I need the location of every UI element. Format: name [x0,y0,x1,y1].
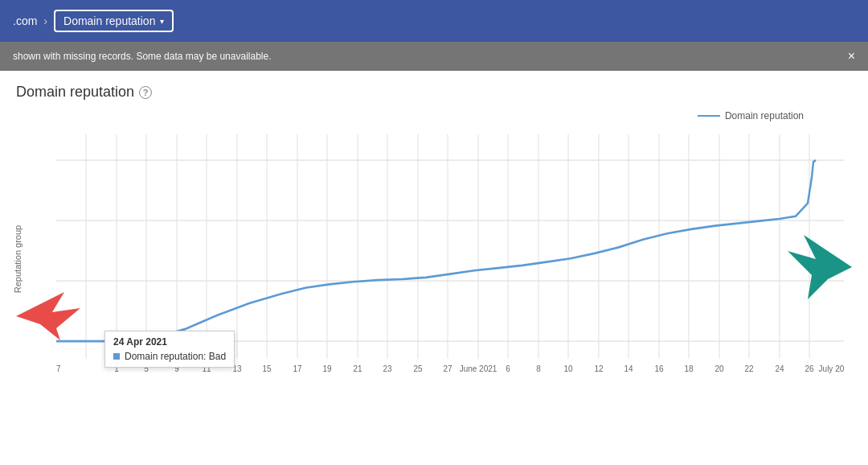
legend-line [698,115,720,117]
svg-text:20: 20 [714,364,723,372]
breadcrumb-domain[interactable]: .com [13,14,37,27]
svg-text:8: 8 [536,364,541,372]
warning-message: shown with missing records. Some data ma… [13,51,272,62]
svg-text:12: 12 [594,364,603,372]
svg-text:14: 14 [624,364,633,372]
svg-text:22: 22 [744,364,753,372]
svg-marker-59 [16,292,80,340]
nav-dropdown-label: Domain reputation [63,14,155,27]
svg-text:13: 13 [232,364,241,372]
help-icon[interactable]: ? [139,86,152,99]
section-title-row: Domain reputation ? [16,84,852,101]
svg-text:6: 6 [506,364,510,372]
chart-inner: Bad Low Medium High 27 1 5 9 11 13 15 17… [56,134,844,376]
red-arrow-annotation [16,292,80,344]
svg-text:17: 17 [293,364,301,372]
nav-dropdown[interactable]: Domain reputation ▾ [54,10,174,32]
svg-text:9: 9 [174,364,179,372]
nav-separator: › [43,14,47,27]
close-icon[interactable]: × [848,49,855,64]
warning-banner: shown with missing records. Some data ma… [0,42,868,71]
svg-text:16: 16 [654,364,663,372]
legend-label: Domain reputation [725,110,804,121]
chart-legend: Domain reputation [698,110,804,121]
svg-text:27: 27 [56,364,61,372]
chevron-down-icon: ▾ [160,17,164,26]
nav-bar: .com › Domain reputation ▾ [0,0,868,42]
svg-text:25: 25 [413,364,422,372]
svg-text:27: 27 [443,364,452,372]
svg-text:10: 10 [563,364,572,372]
svg-text:1: 1 [114,364,119,372]
svg-text:24: 24 [775,364,784,372]
svg-text:19: 19 [322,364,331,372]
svg-text:21: 21 [353,364,362,372]
svg-text:5: 5 [144,364,149,372]
svg-text:11: 11 [202,364,211,372]
svg-text:June 2021: June 2021 [460,364,497,372]
svg-text:18: 18 [684,364,693,372]
green-arrow-annotation [788,235,852,302]
chart-container: Domain reputation Reputation group [16,110,852,408]
svg-text:15: 15 [262,364,271,372]
chart-svg: Bad Low Medium High 27 1 5 9 11 13 15 17… [56,134,844,376]
page-title: Domain reputation [16,84,134,101]
svg-marker-60 [788,235,852,299]
svg-text:26: 26 [805,364,813,372]
svg-text:July 2021: July 2021 [819,364,844,372]
main-content: Domain reputation ? Domain reputation Re… [0,71,868,421]
svg-text:23: 23 [383,364,391,372]
y-axis-label: Reputation group [13,225,23,293]
